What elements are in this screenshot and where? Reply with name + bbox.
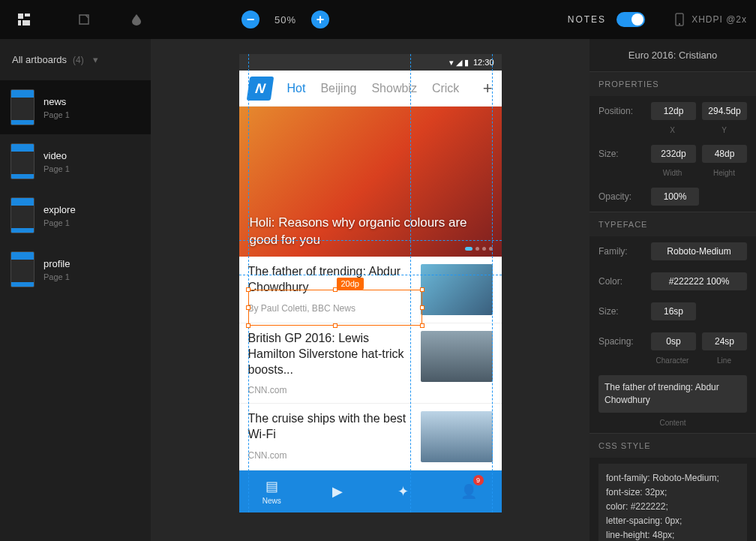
guide-vertical (248, 54, 249, 512)
artboard-item-news[interactable]: newsPage 1 (0, 80, 151, 134)
guide-vertical (492, 54, 493, 512)
artboard-preview: ▾ ◢ ▮ 12:30 N Hot Beijing Showbiz Crick … (239, 54, 502, 512)
prop-size-label: Size: (598, 149, 645, 159)
artboard-thumb (10, 143, 34, 179)
char-spacing-value[interactable]: 0sp (651, 332, 696, 350)
row-image (421, 411, 493, 462)
artboard-item-explore[interactable]: explorePage 1 (0, 188, 151, 242)
zoom-in-button[interactable]: + (311, 11, 329, 29)
row-source: CNN.com (248, 450, 410, 461)
row-title: British GP 2016: Lewis Hamilton Silverst… (248, 331, 410, 377)
artboard-sidebar: All artboards (4) ▾ newsPage 1 videoPage… (0, 39, 151, 541)
nav-video[interactable]: ▶ (304, 470, 370, 512)
dimension-label: 20dp (337, 278, 364, 290)
opacity-value[interactable]: 100% (651, 188, 699, 206)
tab-hot[interactable]: Hot (287, 82, 306, 95)
svg-point-6 (679, 23, 680, 25)
content-sublabel: Content (590, 419, 756, 433)
sidebar-title: All artboards (12, 54, 67, 65)
phone-statusbar: ▾ ◢ ▮ 12:30 (239, 54, 502, 71)
font-family-value[interactable]: Roboto-Medium (651, 242, 747, 260)
app-logo: N (246, 77, 273, 101)
section-css: CSS STYLE (590, 434, 756, 458)
selected-layer-title: Euro 2016: Cristiano (590, 39, 756, 71)
device-icon (675, 13, 684, 26)
nav-news[interactable]: ▤News (239, 470, 305, 512)
content-value[interactable]: The father of trending: Abdur Chowdhury (598, 375, 747, 413)
note-tool-icon[interactable] (69, 5, 99, 35)
selection-box[interactable] (248, 290, 422, 326)
svg-rect-3 (22, 20, 30, 26)
news-icon: ▤ (266, 478, 278, 494)
hero-headline: Holi: Reasons why organic colours are go… (239, 207, 502, 257)
zoom-value: 50% (274, 14, 296, 26)
font-size-value[interactable]: 16sp (651, 302, 696, 320)
section-typeface: TYPEFACE (590, 212, 756, 236)
droplet-tool-icon[interactable] (122, 5, 152, 35)
carousel-dots (465, 247, 493, 251)
section-properties: PROPERTIES (590, 72, 756, 96)
row-image (421, 264, 493, 315)
prop-position-label: Position: (598, 106, 645, 116)
zoom-out-button[interactable]: − (242, 11, 260, 29)
artboard-item-video[interactable]: videoPage 1 (0, 134, 151, 188)
chevron-down-icon: ▾ (93, 54, 98, 65)
css-output[interactable]: font-family: Roboto-Medium; font-size: 3… (598, 464, 747, 541)
artboard-item-profile[interactable]: profilePage 1 (0, 242, 151, 296)
artboard-count: (4) (73, 55, 84, 65)
sidebar-header[interactable]: All artboards (4) ▾ (0, 39, 151, 80)
type-size-label: Size: (598, 306, 645, 317)
svg-rect-2 (18, 20, 21, 26)
guide-vertical (410, 54, 411, 512)
inspector-panel: Euro 2016: Cristiano PROPERTIES Position… (590, 39, 756, 541)
top-toolbar: − 50% + NOTES XHDPI @2x (0, 0, 756, 39)
position-x-value[interactable]: 12dp (651, 102, 696, 120)
size-h-value[interactable]: 48dp (702, 145, 747, 163)
notes-label: NOTES (568, 14, 606, 25)
artboard-thumb (10, 251, 34, 287)
prop-opacity-label: Opacity: (598, 191, 645, 202)
type-color-label: Color: (598, 276, 645, 287)
status-time: 12:30 (473, 58, 494, 67)
svg-rect-1 (25, 14, 30, 17)
grid-tool-icon[interactable] (9, 5, 39, 35)
guide-horizontal (239, 275, 502, 275)
compass-icon: ✦ (398, 483, 409, 500)
play-icon: ▶ (332, 483, 343, 500)
tab-cricket[interactable]: Crick (432, 82, 459, 95)
type-spacing-label: Spacing: (598, 336, 645, 347)
hero-image: Holi: Reasons why organic colours are go… (239, 107, 502, 257)
artboard-thumb (10, 197, 34, 233)
nav-explore[interactable]: ✦ (370, 470, 436, 512)
tab-beijing[interactable]: Beijing (320, 82, 356, 95)
position-y-value[interactable]: 294.5dp (702, 102, 747, 120)
row-image (421, 331, 493, 382)
svg-rect-0 (18, 14, 23, 19)
news-row: British GP 2016: Lewis Hamilton Silverst… (239, 323, 502, 404)
notes-toggle[interactable] (616, 12, 645, 27)
person-icon: 👤 (460, 483, 477, 500)
type-family-label: Family: (598, 246, 645, 257)
app-tabbar: N Hot Beijing Showbiz Crick + (239, 71, 502, 107)
row-title: The cruise ships with the best Wi-Fi (248, 411, 410, 443)
notif-badge: 9 (473, 475, 484, 485)
device-label[interactable]: XHDPI @2x (692, 14, 747, 25)
guide-horizontal (239, 240, 502, 241)
canvas-area[interactable]: ▾ ◢ ▮ 12:30 N Hot Beijing Showbiz Crick … (151, 39, 590, 541)
line-spacing-value[interactable]: 24sp (702, 332, 747, 350)
row-source: CNN.com (248, 385, 410, 395)
signal-icon: ▾ ◢ ▮ (449, 58, 469, 68)
news-row: The cruise ships with the best Wi-FiCNN.… (239, 404, 502, 470)
font-color-value[interactable]: #222222 100% (651, 272, 747, 290)
size-w-value[interactable]: 232dp (651, 145, 696, 163)
bottom-nav: ▤News ▶ ✦ 👤9 (239, 470, 502, 512)
artboard-thumb (10, 89, 34, 125)
